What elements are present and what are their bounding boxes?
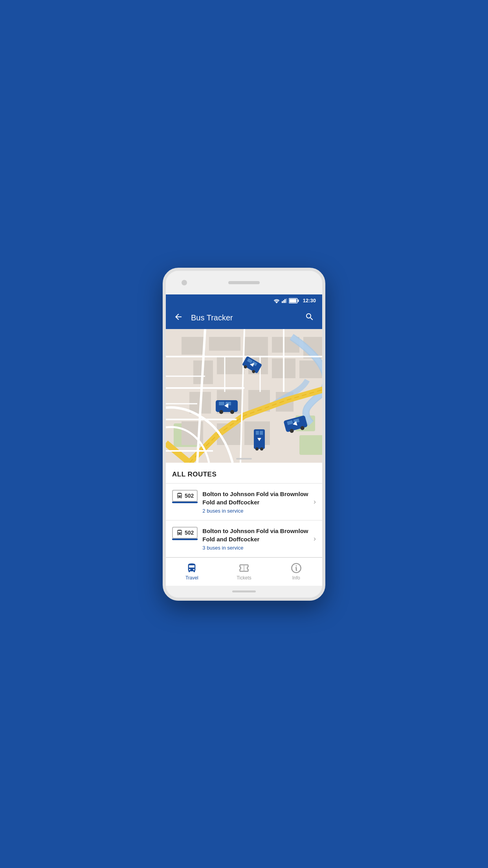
svg-point-66 <box>296 566 297 566</box>
route-num-2: 502 <box>185 530 194 536</box>
svg-rect-3 <box>286 298 287 303</box>
home-indicator <box>232 590 256 592</box>
app-title: Bus Tracker <box>191 313 303 322</box>
routes-header: ALL ROUTES <box>166 463 322 483</box>
map-drag-handle <box>236 458 252 460</box>
route-badge-line-1 <box>172 502 198 503</box>
route-badge-line-2 <box>172 539 198 540</box>
nav-label-travel: Travel <box>185 575 198 581</box>
nav-item-info[interactable]: Info <box>270 559 322 584</box>
battery-icon <box>289 298 299 303</box>
camera <box>182 280 187 285</box>
route-name-2: Bolton to Johnson Fold via Brownlow Fold… <box>202 527 309 543</box>
route-name-1: Bolton to Johnson Fold via Brownlow Fold… <box>202 490 309 506</box>
map-container[interactable] <box>166 329 322 463</box>
bus-icon-2 <box>176 529 183 536</box>
phone-top <box>166 271 322 294</box>
tickets-icon <box>238 563 250 574</box>
route-arrow-2: › <box>314 535 316 543</box>
svg-rect-18 <box>217 357 244 374</box>
svg-rect-6 <box>289 299 296 302</box>
routes-title: ALL ROUTES <box>172 471 216 478</box>
route-badge-1: 502 <box>172 490 198 503</box>
status-time: 12:30 <box>303 298 316 303</box>
nav-label-tickets: Tickets <box>237 575 251 581</box>
status-icons <box>273 298 299 303</box>
svg-rect-60 <box>256 431 259 435</box>
route-status-2: 3 buses in service <box>202 545 309 551</box>
bottom-nav: Travel Tickets Info <box>166 557 322 586</box>
search-icon <box>305 312 314 322</box>
svg-point-50 <box>219 410 223 414</box>
svg-rect-10 <box>209 337 240 351</box>
svg-rect-67 <box>296 567 297 570</box>
svg-point-51 <box>230 410 234 414</box>
app-bar: Bus Tracker <box>166 307 322 329</box>
content-area: ALL ROUTES 502 Bolton to Johnson Fold vi… <box>166 463 322 557</box>
nav-label-info: Info <box>292 575 300 581</box>
svg-rect-1 <box>283 300 284 303</box>
back-arrow-icon <box>174 312 183 322</box>
svg-point-63 <box>260 447 263 451</box>
route-item-2[interactable]: 502 Bolton to Johnson Fold via Brownlow … <box>166 520 322 557</box>
phone-bottom <box>166 586 322 598</box>
route-item[interactable]: 502 Bolton to Johnson Fold via Brownlow … <box>166 484 322 520</box>
svg-rect-61 <box>260 431 263 435</box>
bus-icon <box>176 492 183 499</box>
signal-icon <box>282 298 287 303</box>
speaker <box>228 281 260 284</box>
route-badge-2: 502 <box>172 527 198 540</box>
info-icon <box>290 563 302 574</box>
svg-rect-48 <box>219 402 224 405</box>
svg-rect-16 <box>299 435 322 455</box>
svg-rect-5 <box>297 300 299 302</box>
travel-icon <box>185 563 198 574</box>
route-arrow-1: › <box>314 498 316 506</box>
wifi-icon <box>273 298 280 303</box>
svg-point-62 <box>255 447 259 451</box>
search-button[interactable] <box>303 311 316 325</box>
back-button[interactable] <box>172 311 185 326</box>
route-badge-inner-2: 502 <box>172 527 198 539</box>
nav-item-tickets[interactable]: Tickets <box>218 559 270 584</box>
status-bar: 12:30 <box>166 294 322 307</box>
route-status-1: 2 buses in service <box>202 508 309 514</box>
svg-rect-9 <box>182 337 205 355</box>
route-badge-inner-1: 502 <box>172 490 198 502</box>
route-info-1: Bolton to Johnson Fold via Brownlow Fold… <box>202 490 309 514</box>
route-num-1: 502 <box>185 493 194 499</box>
phone-frame: 12:30 Bus Tracker <box>163 268 325 601</box>
route-info-2: Bolton to Johnson Fold via Brownlow Fold… <box>202 527 309 551</box>
svg-rect-2 <box>284 299 286 303</box>
nav-item-travel[interactable]: Travel <box>166 559 218 584</box>
svg-rect-0 <box>282 301 283 303</box>
map-svg <box>166 329 322 463</box>
